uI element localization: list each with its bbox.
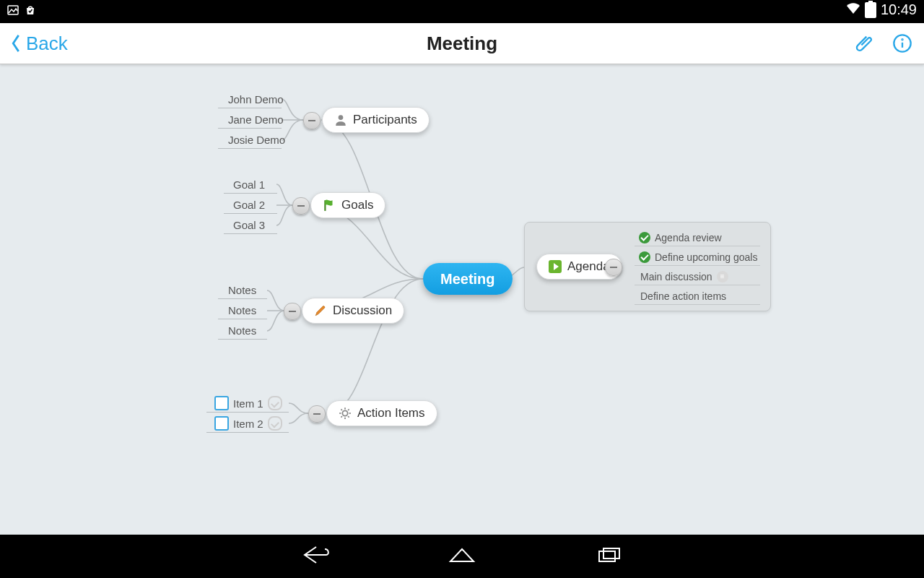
collapse-handle-goals[interactable] — [292, 197, 310, 215]
arrow-right-icon — [549, 260, 562, 273]
leaf-discussion[interactable]: Notes — [228, 280, 256, 299]
shopping-bag-icon — [25, 4, 36, 19]
leaf-participant[interactable]: John Demo — [228, 90, 284, 108]
svg-point-4 — [342, 410, 347, 415]
leaf-agenda-item[interactable]: Agenda review — [639, 230, 722, 246]
nav-back-button[interactable] — [299, 544, 331, 569]
page-title: Meeting — [0, 23, 924, 64]
svg-line-9 — [341, 409, 342, 410]
attachment-button[interactable] — [847, 26, 882, 61]
pencil-icon — [314, 304, 327, 317]
check-done-icon — [639, 232, 650, 243]
root-label: Meeting — [440, 271, 495, 288]
node-participants[interactable]: Participants — [322, 107, 430, 133]
node-label: Goals — [341, 198, 373, 212]
progress-circle-icon — [268, 396, 282, 410]
leaf-action-item[interactable]: Item 1 — [214, 394, 282, 413]
svg-line-10 — [348, 416, 349, 418]
info-icon — [892, 33, 912, 53]
svg-line-12 — [348, 409, 349, 410]
flag-icon — [323, 199, 336, 212]
mindmap-root[interactable]: Meeting — [423, 263, 513, 295]
agenda-panel: Agenda Agenda review Define upcoming goa… — [524, 222, 771, 311]
collapse-handle-participants[interactable] — [303, 112, 321, 129]
leaf-goal[interactable]: Goal 3 — [233, 215, 265, 234]
back-label: Back — [26, 33, 68, 55]
leaf-goal[interactable]: Goal 2 — [233, 195, 265, 214]
leaf-discussion[interactable]: Notes — [228, 321, 256, 340]
back-button[interactable]: Back — [10, 23, 68, 64]
app-header: Back Meeting — [0, 23, 924, 64]
node-label: Action Items — [357, 406, 425, 420]
mindmap-canvas[interactable]: Meeting Participants John Demo Jane Demo… — [0, 64, 924, 535]
leaf-action-item[interactable]: Item 2 — [214, 414, 282, 433]
notes-icon — [717, 271, 728, 282]
leaf-agenda-item[interactable]: Main discussion — [640, 269, 728, 285]
check-done-icon — [639, 251, 650, 263]
leaf-agenda-item[interactable]: Define upcoming goals — [639, 249, 757, 265]
checkbox-icon[interactable] — [214, 396, 229, 410]
leaf-discussion[interactable]: Notes — [228, 301, 256, 319]
gear-icon — [339, 407, 352, 420]
checkbox-icon[interactable] — [214, 416, 229, 431]
leaf-participant[interactable]: Josie Demo — [228, 130, 285, 149]
svg-line-11 — [341, 416, 342, 418]
node-action-items[interactable]: Action Items — [326, 400, 437, 426]
nav-recent-button[interactable] — [593, 544, 625, 569]
node-discussion[interactable]: Discussion — [302, 298, 404, 324]
leaf-agenda-item[interactable]: Define action items — [640, 288, 726, 304]
leaf-participant[interactable]: Jane Demo — [228, 110, 284, 129]
collapse-handle-agenda[interactable] — [605, 259, 622, 276]
svg-rect-14 — [603, 548, 619, 558]
svg-point-3 — [902, 39, 902, 40]
node-goals[interactable]: Goals — [310, 192, 385, 218]
battery-icon — [865, 2, 876, 18]
collapse-handle-action-items[interactable] — [308, 405, 326, 423]
android-status-bar: 10:49 — [0, 0, 924, 23]
collapse-handle-discussion[interactable] — [284, 303, 301, 320]
progress-circle-icon — [268, 416, 282, 431]
node-label: Participants — [353, 113, 417, 127]
clock-readout: 10:49 — [881, 1, 917, 18]
info-button[interactable] — [885, 26, 920, 61]
node-label: Discussion — [333, 303, 392, 318]
connector-lines — [0, 64, 924, 535]
image-icon — [7, 4, 19, 19]
android-nav-bar — [0, 535, 924, 578]
leaf-goal[interactable]: Goal 1 — [233, 175, 265, 194]
node-label: Agenda — [567, 259, 610, 274]
paperclip-icon — [855, 33, 875, 53]
wifi-icon — [846, 1, 860, 18]
svg-rect-13 — [599, 551, 615, 561]
nav-home-button[interactable] — [446, 544, 478, 569]
person-icon — [334, 113, 347, 126]
